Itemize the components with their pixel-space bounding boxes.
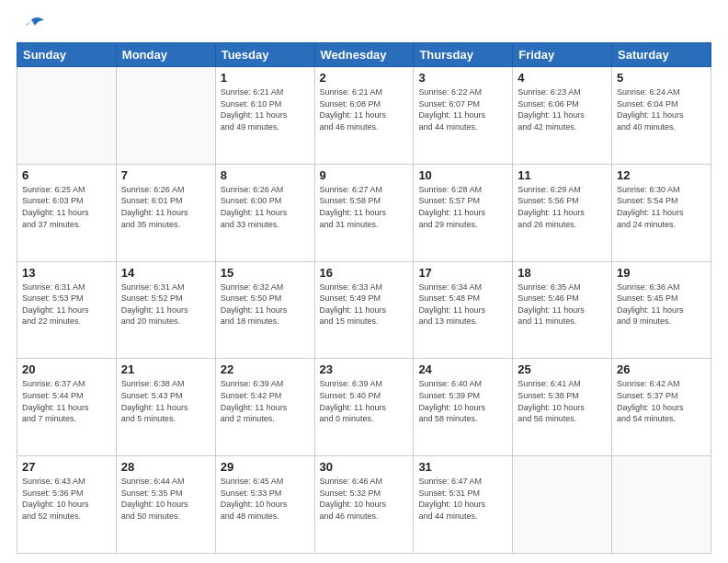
day-info: Sunrise: 6:30 AM Sunset: 5:54 PM Dayligh… xyxy=(617,184,706,230)
day-number: 30 xyxy=(320,460,409,474)
table-row: 28Sunrise: 6:44 AM Sunset: 5:35 PM Dayli… xyxy=(116,456,215,554)
table-row: 5Sunrise: 6:24 AM Sunset: 6:04 PM Daylig… xyxy=(612,67,711,165)
col-thursday: Thursday xyxy=(414,43,513,67)
day-number: 10 xyxy=(418,168,507,182)
day-number: 8 xyxy=(221,168,310,182)
table-row: 30Sunrise: 6:46 AM Sunset: 5:32 PM Dayli… xyxy=(314,456,414,554)
day-info: Sunrise: 6:36 AM Sunset: 5:45 PM Dayligh… xyxy=(617,282,706,327)
calendar-week-row: 6Sunrise: 6:25 AM Sunset: 6:03 PM Daylig… xyxy=(17,164,711,261)
table-row xyxy=(116,67,215,165)
day-info: Sunrise: 6:21 AM Sunset: 6:08 PM Dayligh… xyxy=(320,86,409,132)
day-info: Sunrise: 6:42 AM Sunset: 5:37 PM Dayligh… xyxy=(617,378,706,424)
day-number: 2 xyxy=(320,71,409,85)
day-number: 4 xyxy=(518,71,607,85)
day-number: 19 xyxy=(617,266,706,280)
day-info: Sunrise: 6:40 AM Sunset: 5:39 PM Dayligh… xyxy=(418,378,507,424)
page: Sunday Monday Tuesday Wednesday Thursday… xyxy=(0,0,728,563)
day-info: Sunrise: 6:38 AM Sunset: 5:43 PM Dayligh… xyxy=(121,378,210,424)
day-info: Sunrise: 6:35 AM Sunset: 5:46 PM Dayligh… xyxy=(518,282,607,327)
day-info: Sunrise: 6:29 AM Sunset: 5:56 PM Dayligh… xyxy=(518,184,607,230)
day-number: 25 xyxy=(518,362,607,376)
day-info: Sunrise: 6:34 AM Sunset: 5:48 PM Dayligh… xyxy=(418,282,507,327)
day-info: Sunrise: 6:22 AM Sunset: 6:07 PM Dayligh… xyxy=(418,86,507,132)
table-row: 29Sunrise: 6:45 AM Sunset: 5:33 PM Dayli… xyxy=(215,456,314,554)
calendar-header-row: Sunday Monday Tuesday Wednesday Thursday… xyxy=(17,43,711,67)
table-row: 10Sunrise: 6:28 AM Sunset: 5:57 PM Dayli… xyxy=(414,164,513,261)
col-saturday: Saturday xyxy=(612,43,711,67)
calendar-week-row: 20Sunrise: 6:37 AM Sunset: 5:44 PM Dayli… xyxy=(17,359,711,456)
day-info: Sunrise: 6:46 AM Sunset: 5:32 PM Dayligh… xyxy=(320,476,409,522)
day-number: 18 xyxy=(518,266,607,280)
calendar-week-row: 27Sunrise: 6:43 AM Sunset: 5:36 PM Dayli… xyxy=(17,456,711,554)
day-number: 17 xyxy=(418,266,507,280)
day-number: 24 xyxy=(418,362,507,376)
day-number: 28 xyxy=(121,460,210,474)
day-info: Sunrise: 6:27 AM Sunset: 5:58 PM Dayligh… xyxy=(320,184,409,230)
logo-bird-icon xyxy=(18,17,44,35)
table-row: 16Sunrise: 6:33 AM Sunset: 5:49 PM Dayli… xyxy=(314,261,414,359)
day-number: 1 xyxy=(221,71,310,85)
day-number: 15 xyxy=(221,266,310,280)
day-info: Sunrise: 6:43 AM Sunset: 5:36 PM Dayligh… xyxy=(22,476,111,522)
day-info: Sunrise: 6:23 AM Sunset: 6:06 PM Dayligh… xyxy=(518,86,607,132)
table-row: 19Sunrise: 6:36 AM Sunset: 5:45 PM Dayli… xyxy=(612,261,711,359)
day-info: Sunrise: 6:28 AM Sunset: 5:57 PM Dayligh… xyxy=(418,184,507,230)
day-info: Sunrise: 6:26 AM Sunset: 6:01 PM Dayligh… xyxy=(121,184,210,230)
day-number: 20 xyxy=(22,362,111,376)
table-row: 3Sunrise: 6:22 AM Sunset: 6:07 PM Daylig… xyxy=(414,67,513,165)
table-row: 1Sunrise: 6:21 AM Sunset: 6:10 PM Daylig… xyxy=(215,67,314,165)
table-row: 25Sunrise: 6:41 AM Sunset: 5:38 PM Dayli… xyxy=(513,359,612,456)
day-info: Sunrise: 6:44 AM Sunset: 5:35 PM Dayligh… xyxy=(121,476,210,522)
day-info: Sunrise: 6:21 AM Sunset: 6:10 PM Dayligh… xyxy=(221,86,310,132)
table-row xyxy=(17,67,117,165)
calendar-week-row: 13Sunrise: 6:31 AM Sunset: 5:53 PM Dayli… xyxy=(17,261,711,359)
day-info: Sunrise: 6:47 AM Sunset: 5:31 PM Dayligh… xyxy=(418,476,507,522)
col-wednesday: Wednesday xyxy=(314,43,414,67)
day-info: Sunrise: 6:37 AM Sunset: 5:44 PM Dayligh… xyxy=(22,378,111,424)
header xyxy=(17,17,711,35)
day-number: 12 xyxy=(617,168,706,182)
col-monday: Monday xyxy=(116,43,215,67)
table-row: 22Sunrise: 6:39 AM Sunset: 5:42 PM Dayli… xyxy=(215,359,314,456)
day-info: Sunrise: 6:41 AM Sunset: 5:38 PM Dayligh… xyxy=(518,378,607,424)
day-number: 21 xyxy=(121,362,210,376)
day-number: 27 xyxy=(22,460,111,474)
day-number: 22 xyxy=(221,362,310,376)
day-info: Sunrise: 6:45 AM Sunset: 5:33 PM Dayligh… xyxy=(221,476,310,522)
day-info: Sunrise: 6:39 AM Sunset: 5:40 PM Dayligh… xyxy=(320,378,409,424)
day-number: 6 xyxy=(22,168,111,182)
col-friday: Friday xyxy=(513,43,612,67)
day-number: 5 xyxy=(617,71,706,85)
day-info: Sunrise: 6:39 AM Sunset: 5:42 PM Dayligh… xyxy=(221,378,310,424)
table-row: 21Sunrise: 6:38 AM Sunset: 5:43 PM Dayli… xyxy=(116,359,215,456)
table-row: 15Sunrise: 6:32 AM Sunset: 5:50 PM Dayli… xyxy=(215,261,314,359)
table-row xyxy=(612,456,711,554)
table-row: 23Sunrise: 6:39 AM Sunset: 5:40 PM Dayli… xyxy=(314,359,414,456)
table-row: 12Sunrise: 6:30 AM Sunset: 5:54 PM Dayli… xyxy=(612,164,711,261)
calendar-table: Sunday Monday Tuesday Wednesday Thursday… xyxy=(17,42,711,554)
day-number: 23 xyxy=(320,362,409,376)
day-info: Sunrise: 6:32 AM Sunset: 5:50 PM Dayligh… xyxy=(221,282,310,327)
day-info: Sunrise: 6:26 AM Sunset: 6:00 PM Dayligh… xyxy=(221,184,310,230)
calendar-week-row: 1Sunrise: 6:21 AM Sunset: 6:10 PM Daylig… xyxy=(17,67,711,165)
table-row xyxy=(513,456,612,554)
logo xyxy=(17,17,44,35)
table-row: 8Sunrise: 6:26 AM Sunset: 6:00 PM Daylig… xyxy=(215,164,314,261)
day-number: 16 xyxy=(320,266,409,280)
day-number: 7 xyxy=(121,168,210,182)
table-row: 7Sunrise: 6:26 AM Sunset: 6:01 PM Daylig… xyxy=(116,164,215,261)
table-row: 17Sunrise: 6:34 AM Sunset: 5:48 PM Dayli… xyxy=(414,261,513,359)
table-row: 18Sunrise: 6:35 AM Sunset: 5:46 PM Dayli… xyxy=(513,261,612,359)
day-info: Sunrise: 6:31 AM Sunset: 5:53 PM Dayligh… xyxy=(22,282,111,327)
day-number: 29 xyxy=(221,460,310,474)
day-number: 11 xyxy=(518,168,607,182)
table-row: 11Sunrise: 6:29 AM Sunset: 5:56 PM Dayli… xyxy=(513,164,612,261)
day-number: 14 xyxy=(121,266,210,280)
day-info: Sunrise: 6:31 AM Sunset: 5:52 PM Dayligh… xyxy=(121,282,210,327)
table-row: 9Sunrise: 6:27 AM Sunset: 5:58 PM Daylig… xyxy=(314,164,414,261)
table-row: 31Sunrise: 6:47 AM Sunset: 5:31 PM Dayli… xyxy=(414,456,513,554)
col-sunday: Sunday xyxy=(17,43,117,67)
table-row: 2Sunrise: 6:21 AM Sunset: 6:08 PM Daylig… xyxy=(314,67,414,165)
col-tuesday: Tuesday xyxy=(215,43,314,67)
table-row: 14Sunrise: 6:31 AM Sunset: 5:52 PM Dayli… xyxy=(116,261,215,359)
